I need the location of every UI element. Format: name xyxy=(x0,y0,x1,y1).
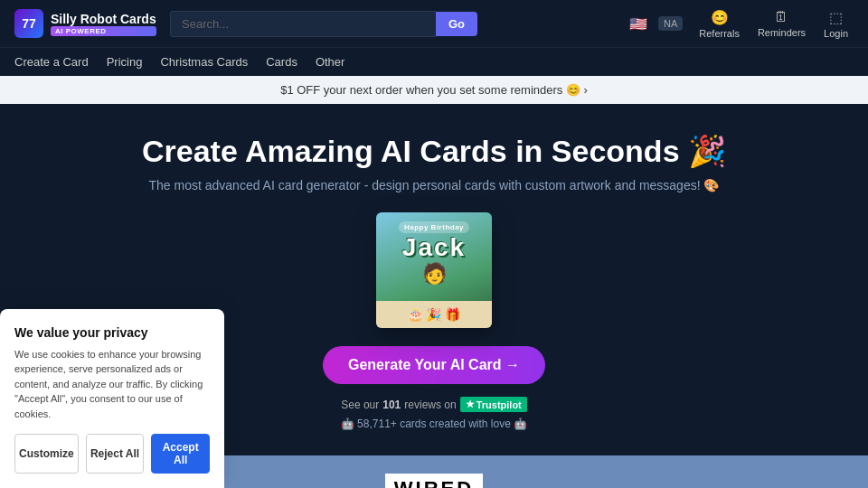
reminders-button[interactable]: 🗓 Reminders xyxy=(752,5,811,42)
subnav-item-create-a-card[interactable]: Create a Card xyxy=(14,55,89,69)
card-name-text: Jack xyxy=(402,235,466,260)
hero-subtitle: The most advanced AI card generator - de… xyxy=(18,178,850,192)
cookie-banner: We value your privacy We use cookies to … xyxy=(0,309,224,489)
ai-powered-badge: AI POWERED xyxy=(51,26,156,36)
hero-title: Create Amazing AI Cards in Seconds 🎉 xyxy=(18,133,850,169)
card-bottom: 🎂 🎉 🎁 xyxy=(376,301,492,328)
nav-right: 🇺🇸 NA 😊 Referrals 🗓 Reminders ⬚ Login xyxy=(626,5,854,42)
card-happy-birthday-text: Happy Birthday xyxy=(399,221,469,233)
search-area: Go xyxy=(170,11,477,37)
customize-button[interactable]: Customize xyxy=(14,434,79,474)
flag-icon: 🇺🇸 xyxy=(626,11,651,36)
subnav-item-christmas-cards[interactable]: Christmas Cards xyxy=(160,55,248,69)
trustpilot-mid: reviews on xyxy=(404,399,456,411)
page-wrapper: 77 Silly Robot Cards AI POWERED Go 🇺🇸 NA… xyxy=(0,0,868,488)
cookie-buttons: Customize Reject All Accept All xyxy=(14,434,210,474)
referrals-icon: 😊 xyxy=(711,9,729,26)
cookie-title: We value your privacy xyxy=(14,325,210,340)
generate-button[interactable]: Generate Your AI Card → xyxy=(323,346,545,384)
navbar: 77 Silly Robot Cards AI POWERED Go 🇺🇸 NA… xyxy=(0,0,868,47)
accept-all-button[interactable]: Accept All xyxy=(151,434,210,474)
site-name: Silly Robot Cards xyxy=(51,12,156,26)
wired-logo: WIRED xyxy=(385,474,483,488)
login-icon: ⬚ xyxy=(829,9,843,26)
logo-icon-text: 77 xyxy=(22,16,36,31)
reminders-icon: 🗓 xyxy=(774,9,788,25)
cards-created-text: 🤖 58,711+ cards created with love 🤖 xyxy=(341,418,527,430)
card-preview-inner: Happy Birthday Jack 🧑 🎂 🎉 🎁 xyxy=(376,212,492,328)
subnav-item-other[interactable]: Other xyxy=(316,55,345,69)
card-figure-icon: 🧑 xyxy=(422,262,447,286)
logo-area: 77 Silly Robot Cards AI POWERED xyxy=(14,9,159,38)
subnav: Create a Card Pricing Christmas Cards Ca… xyxy=(0,47,868,76)
promo-bar[interactable]: $1 OFF your next order when you set some… xyxy=(0,76,868,104)
logo-icon: 77 xyxy=(14,9,43,38)
region-badge: NA xyxy=(658,16,683,31)
promo-text: $1 OFF your next order when you set some… xyxy=(280,83,588,97)
logo-text-block: Silly Robot Cards AI POWERED xyxy=(51,12,156,36)
subnav-item-cards[interactable]: Cards xyxy=(266,55,297,69)
referrals-label: Referrals xyxy=(699,28,740,39)
cookie-text: We use cookies to enhance your browsing … xyxy=(14,347,210,422)
login-label: Login xyxy=(824,28,848,39)
trustpilot-pre: See our xyxy=(341,399,379,411)
trustpilot-count: 101 xyxy=(382,399,401,411)
search-input[interactable] xyxy=(170,11,436,37)
search-button[interactable]: Go xyxy=(436,12,477,36)
subnav-item-pricing[interactable]: Pricing xyxy=(107,55,143,69)
trustpilot-logo: ★ Trustpilot xyxy=(460,397,527,412)
reminders-label: Reminders xyxy=(758,27,806,38)
login-button[interactable]: ⬚ Login xyxy=(818,5,854,42)
card-preview: Happy Birthday Jack 🧑 🎂 🎉 🎁 xyxy=(376,212,492,328)
referrals-button[interactable]: 😊 Referrals xyxy=(693,5,745,42)
reject-all-button[interactable]: Reject All xyxy=(86,434,145,474)
